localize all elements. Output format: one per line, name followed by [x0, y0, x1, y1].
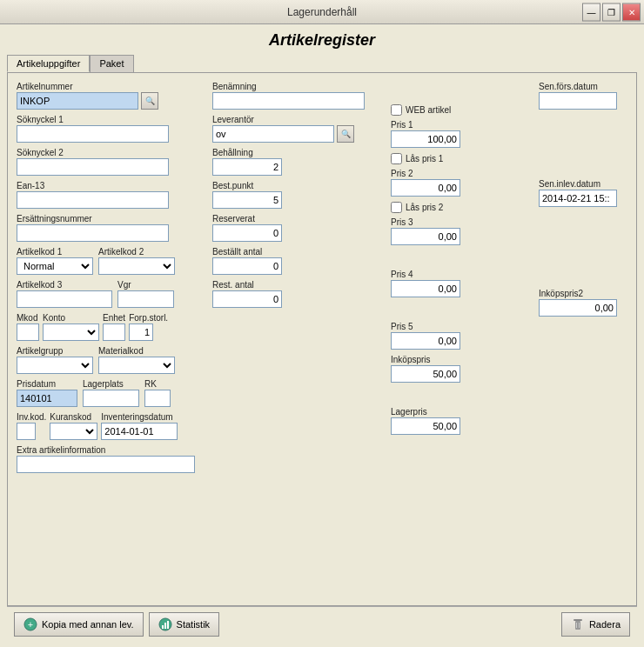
statistik-label: Statistik [177, 619, 211, 630]
artikelkod1-select[interactable]: Normal Option2 [17, 257, 93, 275]
benamning-input[interactable] [212, 92, 365, 110]
reserverat-label: Reserverat [212, 214, 382, 223]
close-button[interactable]: ✕ [622, 3, 641, 21]
vgr-label: Vgr [117, 280, 174, 290]
behallning-input[interactable] [212, 158, 282, 176]
artikelgrupp-group: Artikelgrupp Grupp1 Materialkod Mat1 [17, 346, 204, 374]
artikelnummer-search-button[interactable]: 🔍 [141, 92, 158, 110]
artikelkod3-vgr-group: Artikelkod 3 Vgr [17, 280, 204, 308]
pris3-label: Pris 3 [391, 217, 530, 227]
pris5-label: Pris 5 [391, 322, 530, 331]
konto-select[interactable]: 1000 2000 [43, 324, 99, 341]
extra-info-group: Extra artikelinformation [17, 445, 204, 473]
vgr-input[interactable] [117, 290, 174, 308]
artikelgrupp-select[interactable]: Grupp1 [17, 357, 93, 374]
inkopspris2-label: Inköpspris2 [539, 289, 626, 298]
inv-kod-label: Inv.kod. [17, 412, 46, 422]
las-pris2-checkbox[interactable] [391, 202, 402, 213]
radera-button[interactable]: Radera [561, 612, 630, 637]
reserverat-input[interactable] [212, 224, 282, 242]
prisdatum-input[interactable] [17, 390, 77, 407]
inv-group: Inv.kod. Kuranskod K1 Inventeringsdatum [17, 412, 204, 440]
rk-input[interactable] [144, 390, 171, 407]
leverantor-label: Leverantör [212, 115, 382, 124]
sen-fors-datum-input[interactable] [539, 92, 617, 110]
content-area: Artikelnummer 🔍 Söknyckel 1 Söknyckel 2 … [7, 72, 637, 606]
inkopspris-input[interactable] [391, 365, 460, 383]
las-pris1-checkbox[interactable] [391, 153, 402, 164]
ean13-group: Ean-13 [17, 181, 204, 209]
tab-paket[interactable]: Paket [90, 55, 133, 72]
mkod-label: Mkod [17, 313, 39, 323]
ersattningsnummer-input[interactable] [17, 224, 169, 242]
artikelkod2-label: Artikelkod 2 [98, 247, 175, 257]
pris4-input[interactable] [391, 280, 460, 297]
enhet-input[interactable] [103, 324, 125, 341]
materialkod-label: Materialkod [98, 346, 175, 356]
best-punkt-input[interactable] [212, 191, 282, 209]
inkopspris2-input[interactable] [539, 299, 617, 317]
column-3: WEB artikel Pris 1 Lås pris 1 Pris 2 Lås [391, 82, 530, 562]
kuranskod-select[interactable]: K1 [50, 423, 97, 440]
sen-inlev-datum-label: Sen.inlev.datum [539, 179, 626, 189]
minimize-button[interactable]: — [582, 3, 600, 21]
bestalt-antal-input[interactable] [212, 257, 282, 275]
inventeringsdatum-input[interactable] [101, 423, 178, 440]
mkod-konto-group: Mkod Konto 1000 2000 Enhet [17, 313, 204, 341]
tab-artikeluppgifter[interactable]: Artikeluppgifter [7, 55, 90, 72]
pris2-input[interactable] [391, 179, 460, 197]
leverantor-input[interactable] [212, 125, 334, 143]
rk-label: RK [144, 379, 171, 389]
restore-button[interactable]: ❐ [602, 3, 621, 21]
extra-artikelinformation-input[interactable] [17, 456, 195, 473]
spacer-benamning [391, 82, 530, 104]
lagerplats-label: Lagerplats [83, 379, 139, 389]
soknyckel2-input[interactable] [17, 158, 169, 176]
bestalt-antal-label: Beställt antal [212, 247, 382, 257]
forp-storl-label: Forp.storl. [129, 313, 168, 323]
web-artikel-label: WEB artikel [406, 105, 451, 115]
materialkod-select[interactable]: Mat1 [98, 357, 175, 374]
pris1-input[interactable] [391, 130, 460, 148]
soknyckel1-input[interactable] [17, 125, 169, 143]
benamning-group: Benämning [212, 82, 382, 110]
page-title: Artikelregister [7, 31, 637, 50]
lagerplats-input[interactable] [83, 390, 139, 407]
ersattningsnummer-label: Ersättningsnummer [17, 214, 204, 223]
bottom-bar: + Kopia med annan lev. Statistik [7, 606, 637, 640]
title-bar: Lagerunderhåll — ❐ ✕ [0, 0, 644, 24]
inkopspris2-group: Inköpspris2 [539, 289, 626, 317]
kopia-button[interactable]: + Kopia med annan lev. [14, 612, 144, 637]
las-pris2-label: Lås pris 2 [406, 203, 443, 212]
pris3-input[interactable] [391, 228, 460, 245]
bestalt-antal-group: Beställt antal [212, 247, 382, 275]
statistik-icon [158, 617, 172, 631]
inkopspris-label: Inköpspris [391, 355, 530, 364]
ean13-input[interactable] [17, 191, 169, 209]
radera-label: Radera [589, 619, 621, 630]
statistik-button[interactable]: Statistik [149, 612, 220, 637]
forp-storl-input[interactable] [129, 324, 153, 341]
lagerpris-label: Lagerpris [391, 407, 530, 417]
leverantor-group: Leverantör 🔍 [212, 115, 382, 143]
artikelkod3-input[interactable] [17, 290, 112, 308]
artikelkod2-select[interactable]: Option2 [98, 257, 175, 275]
svg-text:+: + [28, 619, 33, 630]
sen-inlev-datum-input[interactable] [539, 190, 617, 207]
pris5-input[interactable] [391, 332, 460, 350]
pris5-group: Pris 5 [391, 322, 530, 350]
window-controls[interactable]: — ❐ ✕ [582, 3, 641, 21]
lagerpris-input[interactable] [391, 417, 460, 435]
rest-antal-input[interactable] [212, 290, 282, 308]
pris2-label: Pris 2 [391, 169, 530, 178]
inv-kod-input[interactable] [17, 423, 36, 440]
web-artikel-checkbox[interactable] [391, 104, 402, 116]
soknyckel2-group: Söknyckel 2 [17, 148, 204, 176]
mkod-input[interactable] [17, 324, 39, 341]
leverantor-search-button[interactable]: 🔍 [337, 125, 354, 143]
kuranskod-label: Kuranskod [50, 412, 97, 422]
enhet-label: Enhet [103, 313, 125, 323]
ean13-label: Ean-13 [17, 181, 204, 190]
artikelnummer-input[interactable] [17, 92, 138, 110]
artikelgrupp-label: Artikelgrupp [17, 346, 93, 356]
